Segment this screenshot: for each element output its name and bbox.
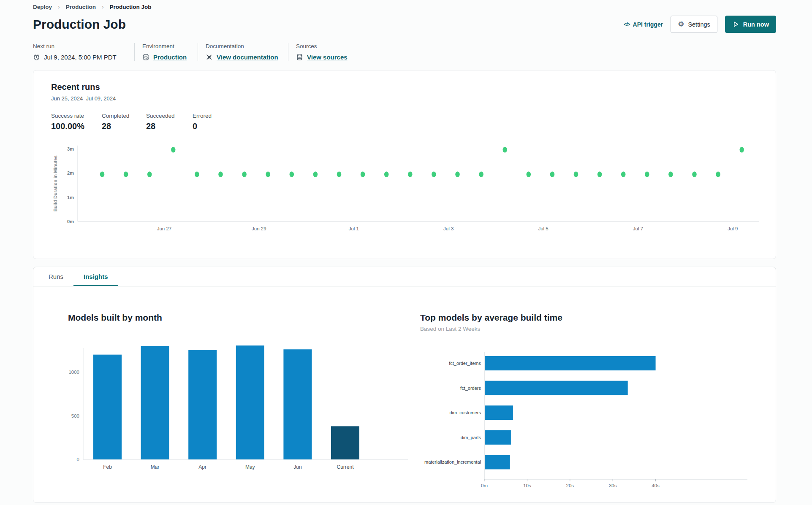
next-run-section: Next run Jul 9, 2024, 5:00 PM PDT — [33, 43, 134, 61]
scatter-plot: 0m1m2m3mBuild Duration in MinutesJun 27J… — [51, 141, 759, 234]
code-icon: </> — [624, 22, 630, 27]
top-models-subtitle: Based on Last 2 Weeks — [420, 326, 758, 332]
svg-text:Apr: Apr — [198, 464, 206, 470]
recent-runs-title: Recent runs — [51, 82, 758, 92]
stat-success-rate: Success rate 100.00% — [51, 113, 102, 131]
svg-text:Jul 7: Jul 7 — [633, 226, 643, 231]
chevron-right-icon: › — [58, 3, 60, 10]
gear-icon: ⚙ — [678, 21, 684, 28]
next-run-value-row: Jul 9, 2024, 5:00 PM PDT — [33, 54, 123, 61]
top-models-title: Top models by average build time — [420, 313, 758, 323]
svg-text:Mar: Mar — [151, 464, 160, 470]
svg-text:Jul 1: Jul 1 — [349, 226, 359, 231]
settings-button[interactable]: ⚙ Settings — [671, 16, 717, 33]
stat-errored: Errored 0 — [193, 113, 212, 131]
chevron-right-icon: › — [102, 3, 104, 10]
run-now-button[interactable]: Run now — [725, 16, 776, 33]
job-info-bar: Next run Jul 9, 2024, 5:00 PM PDT Enviro… — [33, 43, 776, 61]
svg-text:0m: 0m — [481, 483, 488, 488]
sources-label: Sources — [296, 43, 348, 49]
insights-panel: Models built by month 05001000FebMarAprM… — [33, 286, 776, 491]
alarm-clock-icon — [33, 54, 40, 61]
dbt-docs-icon — [206, 54, 213, 61]
svg-text:Jun: Jun — [293, 464, 301, 470]
svg-text:May: May — [245, 464, 255, 470]
scatter-ylabel: Build Duration in Minutes — [53, 155, 58, 211]
svg-text:10s: 10s — [523, 483, 531, 488]
models-by-month-section: Models built by month 05001000FebMarAprM… — [51, 313, 420, 491]
tab-bar: Runs Insights — [33, 267, 776, 286]
documentation-label: Documentation — [206, 43, 277, 49]
sources-value-row: View sources — [296, 54, 348, 61]
breadcrumb-production[interactable]: Production — [66, 4, 96, 10]
top-models-section: Top models by average build time Based o… — [420, 313, 758, 491]
page: Deploy › Production › Production Job Pro… — [0, 0, 812, 503]
svg-text:Jun 27: Jun 27 — [157, 226, 172, 231]
job-detail-card: Runs Insights Models built by month 0500… — [33, 267, 776, 503]
svg-text:30s: 30s — [609, 483, 617, 488]
breadcrumb-deploy[interactable]: Deploy — [33, 4, 52, 10]
svg-text:Jun 29: Jun 29 — [252, 226, 266, 231]
svg-text:1m: 1m — [67, 195, 74, 200]
page-title: Production Job — [33, 17, 126, 32]
svg-text:fct_order_items: fct_order_items — [449, 361, 481, 366]
run-now-label: Run now — [743, 21, 769, 28]
api-trigger-link[interactable]: </> API trigger — [624, 21, 663, 28]
svg-text:dim_parts: dim_parts — [461, 435, 481, 440]
environment-value-row: Production — [142, 54, 187, 61]
next-run-datetime: Jul 9, 2024, 5:00 PM PDT — [44, 54, 117, 61]
play-icon — [732, 21, 739, 28]
svg-text:1000: 1000 — [68, 370, 79, 375]
breadcrumb-production-job: Production Job — [110, 4, 152, 10]
stat-succeeded: Succeeded 28 — [146, 113, 193, 131]
svg-text:Jul 9: Jul 9 — [728, 226, 738, 231]
environment-label: Environment — [142, 43, 187, 49]
environment-link[interactable]: Production — [153, 54, 187, 61]
header-actions: </> API trigger ⚙ Settings Run now — [624, 16, 776, 33]
svg-text:materialization_incremental: materialization_incremental — [424, 459, 481, 464]
svg-text:3m: 3m — [67, 146, 74, 151]
svg-text:40s: 40s — [652, 483, 660, 488]
svg-text:dim_customers: dim_customers — [449, 410, 481, 415]
models-by-month-chart: 05001000FebMarAprMayJunCurrent — [51, 345, 410, 475]
svg-text:Jul 3: Jul 3 — [443, 226, 454, 231]
database-stack-icon — [296, 54, 303, 61]
svg-text:Current: Current — [337, 464, 354, 470]
svg-text:20s: 20s — [566, 483, 574, 488]
tab-insights[interactable]: Insights — [73, 267, 118, 286]
view-sources-link[interactable]: View sources — [307, 54, 348, 61]
documentation-value-row: View documentation — [206, 54, 277, 61]
page-header: Production Job </> API trigger ⚙ Setting… — [33, 16, 776, 33]
top-models-chart: fct_order_itemsfct_ordersdim_customersdi… — [420, 341, 758, 490]
svg-text:fct_orders: fct_orders — [460, 386, 481, 391]
run-duration-scatter-chart: 0m1m2m3mBuild Duration in MinutesJun 27J… — [51, 141, 758, 236]
models-by-month-title: Models built by month — [68, 313, 420, 323]
svg-text:0: 0 — [77, 457, 79, 462]
tab-runs[interactable]: Runs — [38, 267, 73, 286]
stat-completed: Completed 28 — [102, 113, 146, 131]
svg-text:Jul 5: Jul 5 — [538, 226, 548, 231]
svg-text:2m: 2m — [67, 170, 74, 176]
breadcrumb: Deploy › Production › Production Job — [33, 3, 776, 10]
documentation-section: Documentation View documentation — [198, 43, 288, 61]
recent-runs-date-range: Jun 25, 2024–Jul 09, 2024 — [51, 95, 758, 102]
svg-text:500: 500 — [71, 413, 79, 419]
view-documentation-link[interactable]: View documentation — [217, 54, 278, 61]
sources-section: Sources View sources — [288, 43, 358, 61]
environment-section: Environment Production — [134, 43, 198, 61]
settings-label: Settings — [688, 21, 710, 28]
next-run-label: Next run — [33, 43, 123, 49]
api-trigger-label: API trigger — [633, 21, 663, 28]
svg-text:Feb: Feb — [103, 464, 112, 470]
recent-runs-stats: Success rate 100.00% Completed 28 Succee… — [51, 113, 758, 131]
svg-text:0m: 0m — [67, 219, 74, 224]
database-icon — [142, 54, 149, 61]
recent-runs-card: Recent runs Jun 25, 2024–Jul 09, 2024 Su… — [33, 70, 776, 259]
